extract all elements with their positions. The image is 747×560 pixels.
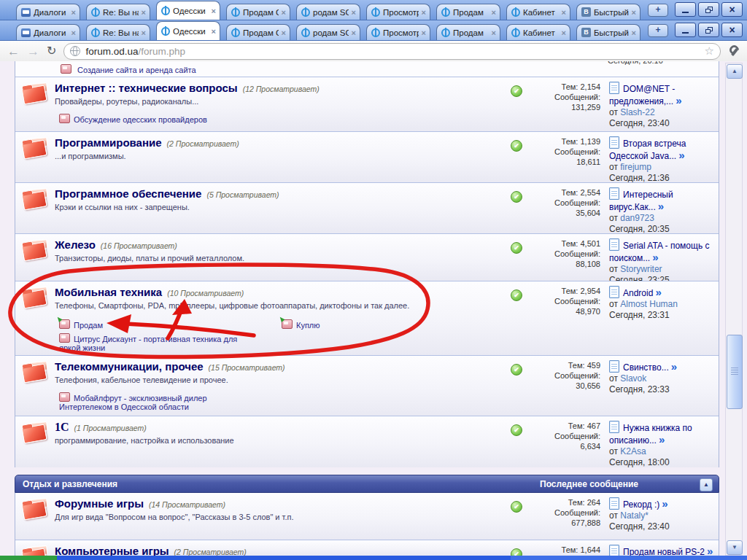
collapse-category-button[interactable]: [700, 478, 713, 491]
tab-close-icon[interactable]: ×: [282, 8, 286, 17]
tab-close-icon[interactable]: ×: [352, 8, 356, 17]
forum-title-link[interactable]: Интернет :: технические вопросы: [55, 82, 238, 94]
goto-last-post-icon[interactable]: »: [652, 251, 657, 263]
tab-close-icon[interactable]: ×: [632, 28, 636, 37]
browser-tab[interactable]: Одесски×: [156, 21, 220, 40]
settings-wrench-icon[interactable]: [728, 45, 740, 57]
window-minimize-button[interactable]: [675, 2, 696, 17]
tab-close-icon[interactable]: ×: [352, 28, 356, 37]
browser-tab[interactable]: Диалоги×: [16, 4, 80, 20]
start-button-edge[interactable]: [0, 556, 57, 560]
last-post-link[interactable]: Свинство...: [623, 362, 669, 373]
forum-title-link[interactable]: Программирование: [55, 136, 162, 149]
goto-last-post-icon[interactable]: »: [678, 149, 684, 161]
forum-title-link[interactable]: Форумные игры: [55, 497, 144, 510]
tab-label: Re: Вы на: [103, 8, 139, 17]
tab-close-icon[interactable]: ×: [142, 28, 146, 37]
goto-last-post-icon[interactable]: »: [707, 545, 712, 556]
browser-tab[interactable]: Просмотр×: [366, 4, 430, 20]
window-restore-button[interactable]: [698, 23, 719, 37]
goto-last-post-icon[interactable]: »: [658, 200, 663, 212]
browser-tab[interactable]: Кабинет×: [506, 4, 570, 20]
forward-button-icon[interactable]: →: [27, 45, 39, 58]
browser-tab[interactable]: Кабинет×: [506, 24, 570, 40]
forum-title-link[interactable]: Компьютерные игры: [55, 545, 169, 556]
forum-row: Интернет :: технические вопросы(12 Просм…: [15, 77, 719, 131]
subforum-link-kuplyu[interactable]: Куплю: [296, 321, 320, 330]
tab-close-icon[interactable]: ×: [632, 8, 636, 17]
browser-tab[interactable]: Просмотр×: [366, 24, 430, 40]
last-post-link[interactable]: Вторая встреча Одесской Java...: [609, 139, 686, 161]
scroll-up-button[interactable]: [727, 64, 743, 79]
tab-close-icon[interactable]: ×: [142, 8, 146, 17]
window-close-button[interactable]: [721, 23, 743, 37]
last-post-user-link[interactable]: dan9723: [620, 213, 654, 223]
goto-last-post-icon[interactable]: »: [655, 286, 660, 298]
subforum-link[interactable]: Обсуждение одесских провайдеров: [74, 115, 207, 124]
last-post-user-link[interactable]: Slash-22: [620, 107, 654, 117]
last-post-link[interactable]: Продам новый PS-2: [623, 547, 705, 556]
tab-close-icon[interactable]: ×: [212, 27, 216, 36]
scroll-down-button[interactable]: [727, 540, 743, 555]
last-post-user-link[interactable]: Storywriter: [620, 264, 662, 274]
subforum-link[interactable]: Мобайлфрут - эксклюзивный дилер Интертел…: [59, 394, 207, 411]
address-bar[interactable]: forum.od.ua /forum.php ☆: [63, 43, 721, 60]
window-minimize-button[interactable]: [675, 23, 696, 37]
tab-close-icon[interactable]: ×: [422, 28, 426, 37]
browser-tab[interactable]: родам SG×: [296, 24, 360, 40]
browser-tab[interactable]: BБыстрый×: [576, 24, 640, 40]
tab-close-icon[interactable]: ×: [71, 28, 76, 37]
last-post-link[interactable]: Android: [623, 288, 653, 298]
forum-title-link[interactable]: 1С: [55, 421, 69, 433]
browser-tab[interactable]: Продам С×: [226, 24, 290, 40]
tab-close-icon[interactable]: ×: [562, 8, 566, 17]
new-tab-button[interactable]: +: [648, 4, 668, 17]
window-restore-button[interactable]: [698, 2, 719, 17]
forum-title-link[interactable]: Телекоммуникации, прочее: [55, 360, 204, 373]
subforum-link[interactable]: Создание сайта и аренда сайта: [77, 66, 196, 74]
browser-tab[interactable]: Одесски×: [156, 1, 220, 20]
forum-title-link[interactable]: Программное обеспечение: [55, 187, 201, 200]
last-post-link[interactable]: Рекорд :): [623, 499, 659, 510]
browser-tab[interactable]: Re: Вы на×: [86, 4, 150, 20]
last-post-user-link[interactable]: firejump: [620, 162, 651, 172]
reload-button-icon[interactable]: ↻: [47, 45, 56, 57]
forum-title-link[interactable]: Мобильная техника: [55, 286, 162, 298]
scrollbar-thumb[interactable]: [727, 335, 743, 409]
window-close-button[interactable]: [721, 2, 743, 17]
tab-close-icon[interactable]: ×: [71, 8, 76, 17]
tab-close-icon[interactable]: ×: [492, 8, 496, 17]
browser-tab[interactable]: Продам×: [436, 24, 500, 40]
goto-last-post-icon[interactable]: »: [676, 94, 681, 106]
subforum-link-prodam[interactable]: Продам: [74, 321, 103, 330]
status-icon: [511, 140, 522, 152]
back-button-icon[interactable]: ←: [7, 45, 20, 58]
goto-last-post-icon[interactable]: »: [659, 433, 664, 446]
browser-tab[interactable]: родам SG×: [296, 4, 360, 20]
tab-close-icon[interactable]: ×: [212, 7, 216, 15]
last-post-link[interactable]: Serial ATA - помощь с поиском...: [609, 241, 709, 263]
last-post-link[interactable]: Нужна книжка по описанию...: [609, 423, 692, 446]
last-post-user-link[interactable]: Slavok: [620, 373, 646, 384]
goto-last-post-icon[interactable]: »: [662, 497, 667, 510]
tab-close-icon[interactable]: ×: [422, 8, 426, 17]
vertical-scrollbar[interactable]: [725, 63, 743, 556]
tab-close-icon[interactable]: ×: [282, 28, 286, 37]
browser-tab[interactable]: Re: Вы на×: [86, 24, 150, 40]
last-post-user-link[interactable]: Nataly*: [620, 510, 649, 521]
subforum-link-citrus[interactable]: Цитрус Дискаунт - портативная техника дл…: [59, 335, 237, 352]
goto-last-post-icon[interactable]: »: [671, 360, 676, 373]
browser-tab[interactable]: Продам С×: [226, 4, 290, 20]
browser-tab[interactable]: Диалоги×: [16, 24, 80, 40]
browser-tab[interactable]: Продам×: [436, 4, 500, 20]
new-tab-button[interactable]: +: [648, 24, 668, 37]
category-header[interactable]: Отдых и развлечения Последнее сообщение: [15, 475, 719, 493]
tab-close-icon[interactable]: ×: [492, 28, 496, 37]
forum-title-link[interactable]: Железо: [55, 238, 96, 251]
last-post-user-link[interactable]: Almost Human: [620, 299, 678, 309]
browser-tab[interactable]: BБыстрый×: [576, 4, 640, 20]
tab-label: Быстрый: [594, 8, 629, 17]
last-post-user-link[interactable]: K2Asa: [620, 446, 646, 456]
bookmark-star-icon[interactable]: ☆: [705, 44, 714, 58]
tab-close-icon[interactable]: ×: [562, 28, 566, 37]
